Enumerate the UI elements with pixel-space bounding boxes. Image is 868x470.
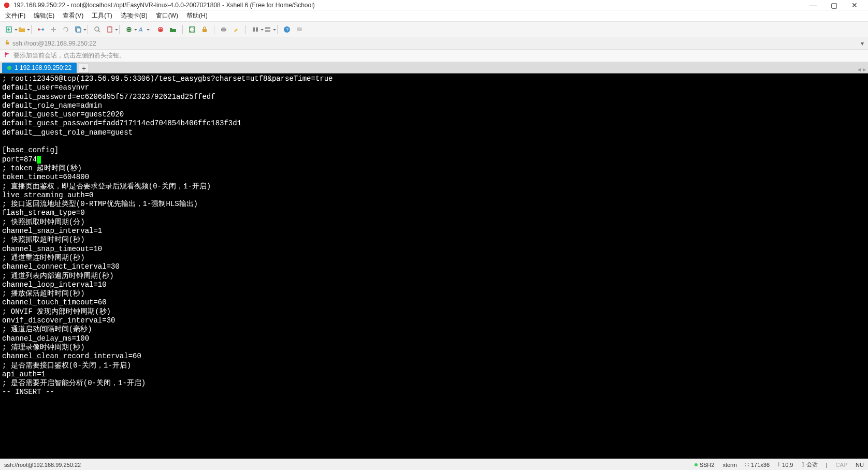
toolbar-separator <box>119 25 120 34</box>
highlighter-button[interactable] <box>231 24 241 35</box>
svg-point-11 <box>95 27 99 31</box>
lock-icon <box>4 39 10 47</box>
open-button[interactable] <box>17 24 27 35</box>
app-icon <box>3 2 10 9</box>
find-button[interactable] <box>92 24 103 35</box>
svg-rect-10 <box>77 28 81 32</box>
toolbar-separator <box>88 25 88 34</box>
menu-file[interactable]: 文件(F) <box>5 11 25 20</box>
chat-button[interactable] <box>294 24 305 35</box>
toolbar-separator <box>31 25 32 34</box>
print-button[interactable] <box>219 24 229 35</box>
svg-point-4 <box>38 28 40 31</box>
tabbar: 1 192.168.99.250:22 + ◂ ▸ <box>0 62 868 74</box>
paste-button[interactable] <box>105 24 115 35</box>
minimize-button[interactable]: — <box>803 1 823 10</box>
svg-line-12 <box>98 31 100 32</box>
tab-label: 1 192.168.99.250:22 <box>15 64 71 71</box>
connect-button[interactable] <box>36 24 46 35</box>
svg-rect-27 <box>265 30 270 32</box>
status-dot-icon <box>7 66 11 70</box>
status-sessions: 1 会话 <box>801 461 817 468</box>
add-tab-button[interactable]: + <box>79 64 89 73</box>
status-path: ssh://root@192.168.99.250:22 <box>4 462 686 468</box>
svg-rect-23 <box>222 31 225 32</box>
statusbar: ssh://root@192.168.99.250:22 SSH2 xterm … <box>0 459 868 470</box>
svg-point-5 <box>42 28 44 31</box>
session-tab[interactable]: 1 192.168.99.250:22 <box>2 63 77 73</box>
tab-next-button[interactable]: ▸ <box>863 66 866 73</box>
menu-view[interactable]: 查看(V) <box>63 11 83 20</box>
window-titlebar: 192.168.99.250:22 - root@localhost:/opt/… <box>0 0 868 10</box>
tab-nav: ◂ ▸ <box>858 66 866 73</box>
status-num: NU <box>856 462 864 468</box>
svg-text:?: ? <box>286 27 288 32</box>
globe-button[interactable] <box>124 24 134 35</box>
maximize-button[interactable]: ▢ <box>823 1 844 10</box>
hint-text: 要添加当前会话，点击左侧的箭头按钮。 <box>13 51 125 60</box>
svg-rect-13 <box>108 27 112 32</box>
arrange-button[interactable] <box>263 24 273 35</box>
terminal-output[interactable]: ; root:123456@tcp(123.56.99.5:3306)/test… <box>0 74 868 459</box>
xftp-button[interactable] <box>168 24 178 35</box>
addressbar: ssh://root@192.168.99.250:22 ▾ <box>0 37 868 50</box>
menu-edit[interactable]: 编辑(E) <box>34 11 54 20</box>
address-text[interactable]: ssh://root@192.168.99.250:22 <box>12 40 861 47</box>
toolbar-separator <box>245 25 246 34</box>
help-button[interactable]: ? <box>282 24 292 35</box>
status-term: xterm <box>722 462 737 468</box>
new-session-button[interactable] <box>4 24 15 35</box>
disconnect-button[interactable] <box>48 24 59 35</box>
window-title: 192.168.99.250:22 - root@localhost:/opt/… <box>13 2 803 9</box>
svg-point-0 <box>4 2 10 8</box>
status-cap: CAP <box>835 462 847 468</box>
status-proto: SSH2 <box>695 462 715 468</box>
font-button[interactable]: A <box>136 24 147 35</box>
svg-rect-31 <box>6 42 9 45</box>
toolbar-separator <box>214 25 214 34</box>
toolbar-separator <box>277 25 278 34</box>
svg-rect-25 <box>256 27 258 32</box>
status-size: ⸬ 171x36 <box>745 461 770 468</box>
toolbar-separator <box>182 25 183 34</box>
address-dropdown[interactable]: ▾ <box>861 40 864 47</box>
svg-rect-30 <box>297 27 302 31</box>
layout-button[interactable] <box>250 24 261 35</box>
close-button[interactable]: ✕ <box>844 1 865 10</box>
svg-rect-26 <box>265 27 270 29</box>
toolbar-separator: | <box>826 462 828 468</box>
hintbar: 要添加当前会话，点击左侧的箭头按钮。 <box>0 50 868 62</box>
menu-tools[interactable]: 工具(T) <box>92 11 112 20</box>
svg-rect-20 <box>202 29 207 32</box>
menu-window[interactable]: 窗口(W) <box>156 11 178 20</box>
status-pos: ⁞ 10,9 <box>778 461 793 468</box>
flag-icon[interactable] <box>4 52 10 60</box>
menubar: 文件(F) 编辑(E) 查看(V) 工具(T) 选项卡(B) 窗口(W) 帮助(… <box>0 10 868 22</box>
toolbar-separator <box>151 25 151 34</box>
menu-tabs[interactable]: 选项卡(B) <box>121 11 148 20</box>
copy-button[interactable] <box>73 24 83 35</box>
menu-help[interactable]: 帮助(H) <box>186 11 208 20</box>
xagent-button[interactable] <box>155 24 166 35</box>
tab-prev-button[interactable]: ◂ <box>858 66 861 73</box>
fullscreen-button[interactable] <box>187 24 197 35</box>
reconnect-button[interactable] <box>61 24 71 35</box>
lock-button[interactable] <box>199 24 210 35</box>
svg-rect-22 <box>222 27 225 28</box>
svg-rect-24 <box>253 27 255 32</box>
status-dot-icon <box>695 463 698 466</box>
svg-point-15 <box>126 27 132 32</box>
toolbar: A ? <box>0 22 868 37</box>
svg-rect-14 <box>109 26 111 27</box>
svg-text:A: A <box>138 26 142 33</box>
